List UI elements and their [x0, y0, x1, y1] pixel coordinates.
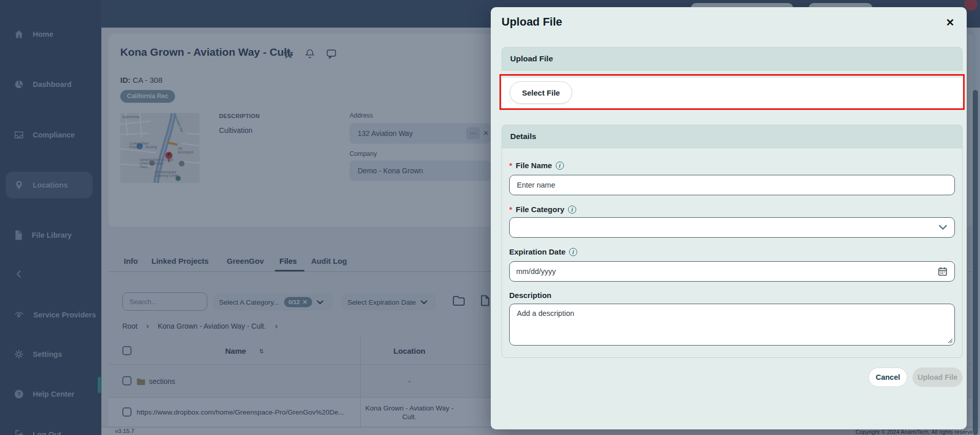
file-name-input[interactable]: [509, 175, 955, 195]
details-section-header: Details: [502, 125, 963, 148]
modal-title: Upload File: [502, 15, 562, 29]
chevron-down-icon: [939, 225, 947, 231]
upload-file-button[interactable]: Upload File: [912, 368, 963, 387]
file-category-label: * File Category i: [509, 205, 576, 214]
expiration-date-input[interactable]: [509, 261, 934, 282]
description-label: Description: [509, 291, 552, 300]
info-icon[interactable]: i: [568, 205, 576, 214]
required-marker: *: [509, 161, 512, 170]
expiration-date-field[interactable]: [509, 261, 955, 282]
scrollbar-thumb[interactable]: [973, 90, 978, 435]
file-name-label: * File Name i: [509, 161, 564, 170]
expiration-date-label: Expiration Date i: [509, 247, 577, 256]
info-icon[interactable]: i: [556, 162, 564, 170]
required-marker: *: [509, 205, 512, 214]
select-file-button[interactable]: Select File: [510, 81, 572, 104]
cancel-button[interactable]: Cancel: [868, 368, 907, 387]
file-category-select[interactable]: [509, 217, 955, 238]
upload-file-modal: Upload File ✕ Upload File Select File De…: [491, 7, 967, 429]
description-textarea[interactable]: [509, 304, 955, 346]
calendar-icon[interactable]: [938, 267, 947, 276]
info-icon[interactable]: i: [569, 248, 577, 256]
close-icon[interactable]: ✕: [946, 16, 954, 29]
upload-section-header: Upload File: [502, 47, 963, 71]
